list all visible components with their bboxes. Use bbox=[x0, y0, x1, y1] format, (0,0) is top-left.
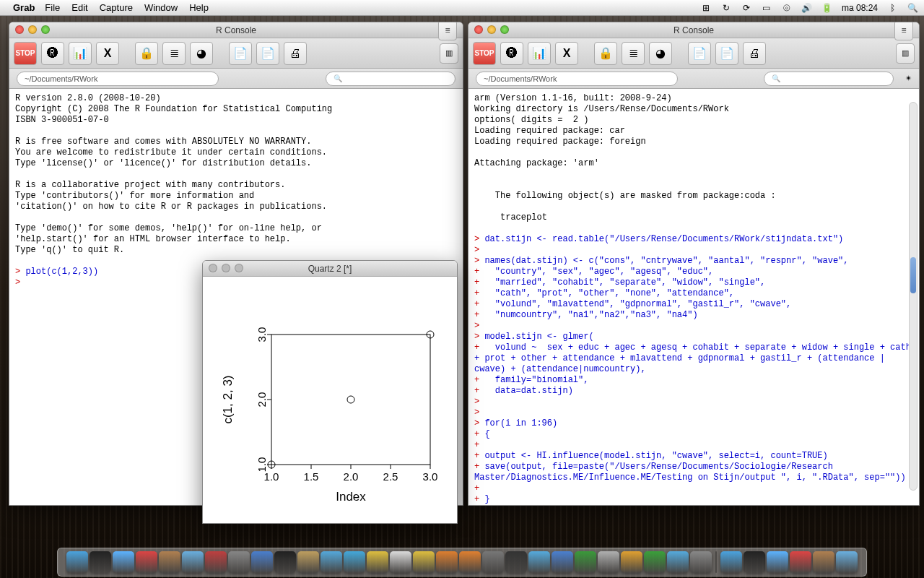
source-button[interactable]: 🅡 bbox=[500, 42, 523, 65]
dock-item-dictionary[interactable] bbox=[297, 551, 319, 573]
dock-item-activity[interactable] bbox=[482, 551, 504, 573]
menu-capture[interactable]: Capture bbox=[100, 2, 133, 13]
battery-icon[interactable]: 🔋 bbox=[821, 2, 833, 14]
menu-help[interactable]: Help bbox=[189, 2, 209, 13]
spotlight-icon[interactable]: 🔍 bbox=[907, 2, 918, 14]
colorwheel-icon[interactable]: ◕ bbox=[190, 42, 213, 65]
dock-item-xcode[interactable] bbox=[528, 551, 550, 573]
sync-icon[interactable]: ⟳ bbox=[741, 2, 752, 14]
volume-icon[interactable]: 🔊 bbox=[801, 2, 813, 14]
history-toggle-button[interactable]: ▥ bbox=[440, 43, 458, 64]
x11-button[interactable]: X bbox=[96, 42, 119, 65]
lock-icon[interactable]: 🔒 bbox=[594, 42, 617, 65]
working-dir-field[interactable]: ~/Documents/RWork bbox=[17, 72, 219, 86]
dock-item-terminal[interactable] bbox=[274, 551, 296, 573]
dock-item-system[interactable] bbox=[228, 551, 250, 573]
dock-item-mail[interactable] bbox=[182, 551, 204, 573]
active-app-name[interactable]: Grab bbox=[13, 2, 35, 13]
dock-item-console[interactable] bbox=[505, 551, 527, 573]
dock-item-folder2[interactable] bbox=[744, 551, 765, 573]
titlebar[interactable]: R Console ≡ bbox=[468, 22, 919, 38]
dock-item-keynote[interactable] bbox=[667, 551, 689, 573]
dock-item-dashboard[interactable] bbox=[90, 551, 111, 573]
x11-button[interactable]: X bbox=[555, 42, 578, 65]
bluetooth-icon[interactable]: ᛒ bbox=[886, 2, 898, 14]
dock-item-excel[interactable] bbox=[575, 551, 596, 573]
barchart-icon[interactable]: 📊 bbox=[528, 42, 551, 65]
dock-item-addressbook[interactable] bbox=[159, 551, 180, 573]
dock-item-word[interactable] bbox=[552, 551, 573, 573]
console-output[interactable]: arm (Version 1.1-16, built: 2008-9-24) W… bbox=[468, 89, 919, 505]
close-button[interactable] bbox=[209, 264, 217, 272]
stop-button[interactable]: STOP bbox=[473, 42, 496, 65]
zoom-button[interactable] bbox=[41, 25, 50, 34]
dock-item-vlc[interactable] bbox=[459, 551, 481, 573]
menu-window[interactable]: Window bbox=[144, 2, 178, 13]
menu-file[interactable]: File bbox=[45, 2, 60, 13]
dock-item-grab[interactable] bbox=[690, 551, 712, 573]
lines-icon[interactable]: ≣ bbox=[162, 42, 186, 65]
dock-item-textedit[interactable] bbox=[390, 551, 411, 573]
help-search-field[interactable] bbox=[326, 72, 456, 86]
toolbar-toggle-button[interactable]: ≡ bbox=[438, 22, 457, 40]
titlebar[interactable]: Quartz 2 [*] bbox=[203, 261, 457, 277]
close-button[interactable] bbox=[474, 25, 483, 34]
prompt: > bbox=[15, 267, 25, 277]
dock-item-itunes[interactable] bbox=[344, 551, 365, 573]
titlebar[interactable]: R Console ≡ bbox=[9, 22, 463, 38]
dock-item-calculator[interactable] bbox=[436, 551, 458, 573]
dock-item-iphoto[interactable] bbox=[367, 551, 388, 573]
history-toggle-button[interactable]: ▥ bbox=[896, 43, 915, 64]
clock[interactable]: ma 08:24 bbox=[842, 3, 878, 13]
pathbar: ~/Documents/RWork bbox=[9, 69, 463, 89]
colorwheel-icon[interactable]: ◕ bbox=[649, 42, 672, 65]
minimize-button[interactable] bbox=[487, 25, 496, 34]
dock-item-r[interactable] bbox=[251, 551, 273, 573]
help-search-field[interactable] bbox=[764, 72, 894, 86]
dock-item-folder1[interactable] bbox=[720, 551, 742, 573]
minimize-button[interactable] bbox=[28, 25, 37, 34]
dock-item-stack1[interactable] bbox=[790, 551, 811, 573]
display-icon[interactable]: ▭ bbox=[761, 2, 772, 14]
toolbar-toggle-button[interactable]: ≡ bbox=[894, 22, 913, 40]
dock-item-trash[interactable] bbox=[836, 551, 858, 573]
timemachine-icon[interactable]: ↻ bbox=[720, 2, 732, 14]
dock-item-quicktime[interactable] bbox=[321, 551, 342, 573]
source-button[interactable]: 🅡 bbox=[41, 42, 64, 65]
scroll-thumb[interactable] bbox=[910, 257, 916, 293]
dock-item-pages[interactable] bbox=[621, 551, 642, 573]
print-icon[interactable]: 🖨 bbox=[743, 42, 766, 65]
dock-item-preview[interactable] bbox=[205, 551, 227, 573]
lines-icon[interactable]: ≣ bbox=[622, 42, 645, 65]
svg-rect-0 bbox=[271, 335, 430, 465]
dock-item-finder[interactable] bbox=[66, 551, 88, 573]
dock-item-numbers[interactable] bbox=[644, 551, 666, 573]
lock-icon[interactable]: 🔒 bbox=[135, 42, 158, 65]
newdoc-icon[interactable]: 📄 bbox=[688, 42, 711, 65]
newdoc-icon[interactable]: 📄 bbox=[229, 42, 252, 65]
dock-item-folder3[interactable] bbox=[767, 551, 788, 573]
scrollbar[interactable] bbox=[909, 102, 918, 491]
menubar: Grab File Edit Capture Window Help ⊞ ↻ ⟳… bbox=[0, 0, 924, 16]
svg-text:Index: Index bbox=[336, 490, 366, 504]
dock-item-stack2[interactable] bbox=[813, 551, 834, 573]
opendoc-icon[interactable]: 📄 bbox=[715, 42, 738, 65]
print-icon[interactable]: 🖨 bbox=[284, 42, 307, 65]
working-dir-field[interactable]: ~/Documents/RWork bbox=[476, 72, 678, 86]
zoom-button[interactable] bbox=[235, 264, 243, 272]
menu-edit[interactable]: Edit bbox=[71, 2, 87, 13]
dock-item-automator[interactable] bbox=[598, 551, 619, 573]
stop-button[interactable]: STOP bbox=[14, 42, 37, 65]
airport-icon[interactable]: ⦾ bbox=[781, 2, 793, 14]
zoom-button[interactable] bbox=[500, 25, 509, 34]
window-title: R Console bbox=[674, 25, 714, 35]
svg-text:c(1, 2, 3): c(1, 2, 3) bbox=[221, 375, 235, 423]
minimize-button[interactable] bbox=[222, 264, 230, 272]
dock-item-ical[interactable] bbox=[136, 551, 157, 573]
spaces-icon[interactable]: ⊞ bbox=[700, 2, 712, 14]
close-button[interactable] bbox=[15, 25, 24, 34]
dock-item-safari[interactable] bbox=[113, 551, 134, 573]
dock-item-stickies[interactable] bbox=[413, 551, 435, 573]
opendoc-icon[interactable]: 📄 bbox=[256, 42, 279, 65]
barchart-icon[interactable]: 📊 bbox=[69, 42, 92, 65]
